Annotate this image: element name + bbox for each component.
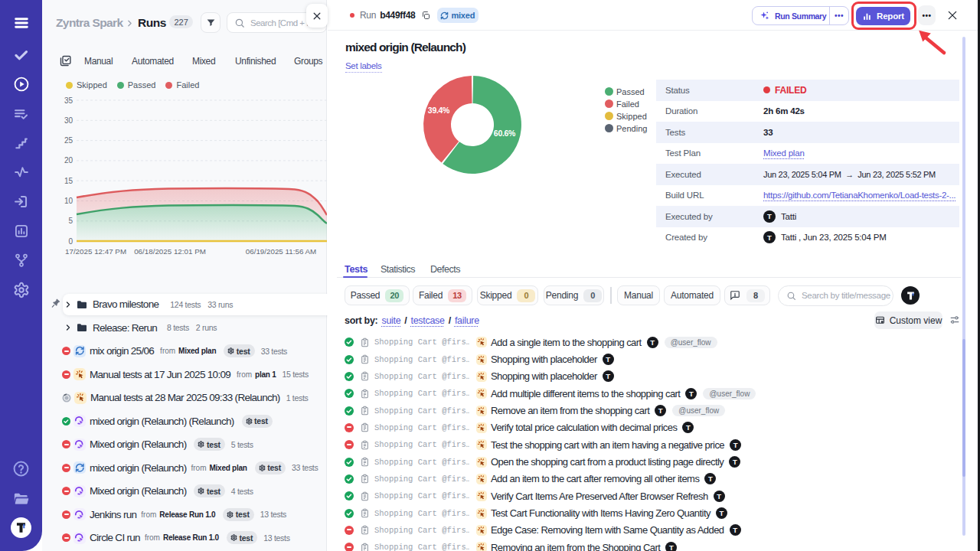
svg-text:06/19/2025 11:56 AM: 06/19/2025 11:56 AM [246,247,316,256]
svg-text:39.4%: 39.4% [428,106,450,115]
svg-text:06/18/2025 12:01 PM: 06/18/2025 12:01 PM [134,247,206,256]
svg-text:0: 0 [68,237,73,246]
svg-text:25: 25 [64,136,74,145]
svg-text:60.6%: 60.6% [494,129,516,138]
svg-text:10: 10 [64,197,74,205]
svg-text:5: 5 [68,217,73,225]
svg-text:17/2025 12:47 PM: 17/2025 12:47 PM [65,247,126,256]
svg-text:35: 35 [64,96,74,105]
svg-text:20: 20 [64,156,74,165]
svg-text:15: 15 [64,177,74,185]
svg-text:30: 30 [64,116,74,125]
